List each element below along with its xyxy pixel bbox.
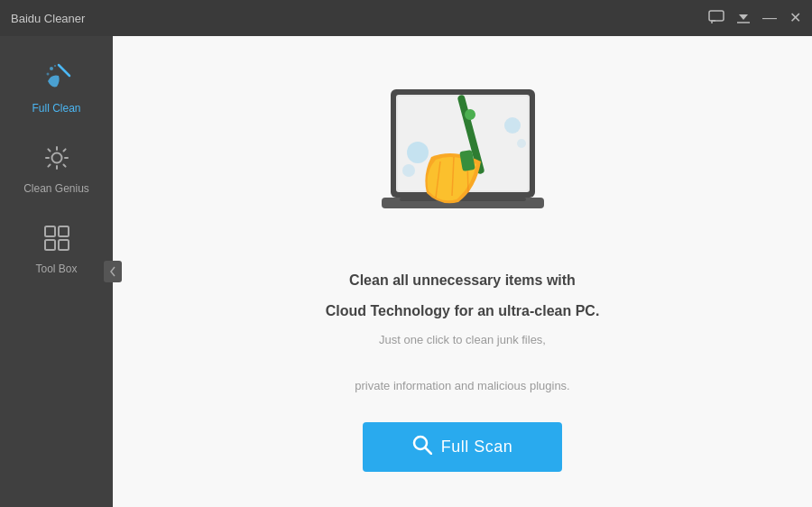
svg-marker-1 (739, 14, 748, 20)
clean-genius-icon (42, 143, 71, 177)
svg-rect-0 (709, 11, 724, 21)
headline-line1: Clean all unnecessary items with (326, 270, 600, 291)
sidebar-full-clean-label: Full Clean (32, 102, 80, 115)
svg-rect-8 (59, 226, 69, 236)
content-headline: Clean all unnecessary items with Cloud T… (326, 270, 600, 331)
main-layout: Full Clean Clean Genius (0, 36, 812, 507)
svg-point-3 (50, 67, 53, 70)
sidebar-item-full-clean[interactable]: Full Clean (0, 45, 113, 129)
svg-point-18 (504, 117, 521, 134)
sidebar-item-tool-box[interactable]: Tool Box (0, 209, 113, 290)
full-scan-button[interactable]: Full Scan (363, 422, 563, 472)
broom-illustration (364, 71, 562, 252)
svg-rect-9 (45, 240, 55, 250)
scan-search-icon (412, 435, 432, 459)
sidebar-collapse-arrow[interactable] (104, 261, 122, 282)
content-area: Clean all unnecessary items with Cloud T… (113, 36, 812, 507)
svg-line-6 (59, 65, 69, 76)
svg-point-17 (402, 164, 415, 177)
dropdown-button[interactable] (737, 11, 750, 26)
headline-line2: Cloud Technology for an ultra-clean PC. (326, 300, 600, 322)
svg-line-27 (425, 448, 431, 455)
scan-button-label: Full Scan (441, 438, 513, 456)
chat-button[interactable] (708, 10, 724, 27)
titlebar: Baidu Cleaner — ✕ (0, 0, 812, 36)
content-subtext: Just one click to clean junk files, priv… (355, 331, 569, 423)
full-clean-icon (41, 60, 73, 97)
sidebar-clean-genius-label: Clean Genius (23, 182, 89, 195)
subtext-line2: private information and malicious plugin… (355, 377, 569, 396)
svg-point-19 (517, 139, 526, 148)
svg-rect-10 (59, 240, 69, 250)
minimize-button[interactable]: — (762, 11, 777, 25)
svg-point-16 (407, 142, 429, 163)
svg-point-5 (54, 65, 56, 67)
svg-rect-7 (45, 226, 55, 236)
svg-point-4 (46, 73, 49, 76)
app-title: Baidu Cleaner (11, 12, 85, 25)
window-controls: — ✕ (708, 10, 801, 27)
close-button[interactable]: ✕ (789, 11, 801, 25)
subtext-line1: Just one click to clean junk files, (355, 331, 569, 350)
tool-box-icon (42, 224, 71, 257)
sidebar-item-clean-genius[interactable]: Clean Genius (0, 129, 113, 209)
sidebar: Full Clean Clean Genius (0, 36, 113, 507)
sidebar-tool-box-label: Tool Box (35, 263, 77, 275)
